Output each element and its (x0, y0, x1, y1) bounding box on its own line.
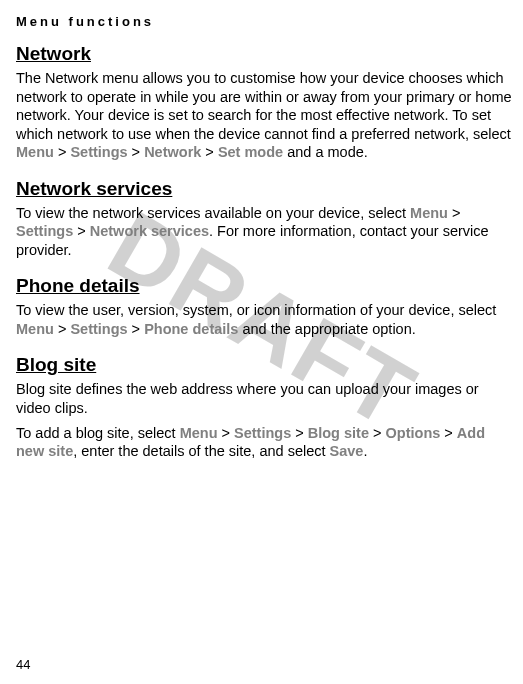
menu-path-item: Settings (234, 425, 291, 441)
page-number: 44 (16, 657, 30, 672)
breadcrumb-sep: > (54, 144, 71, 160)
menu-path-item: Menu (16, 321, 54, 337)
menu-path-item: Settings (70, 144, 127, 160)
menu-path-item: Phone details (144, 321, 238, 337)
menu-path-item: Settings (70, 321, 127, 337)
breadcrumb-sep: > (218, 425, 235, 441)
breadcrumb-sep: > (54, 321, 71, 337)
breadcrumb-sep: > (291, 425, 308, 441)
heading-blog-site: Blog site (16, 354, 515, 376)
menu-path-item: Network (144, 144, 201, 160)
menu-path-item: Menu (410, 205, 448, 221)
breadcrumb-sep: > (369, 425, 386, 441)
menu-path-item: Options (386, 425, 441, 441)
breadcrumb-sep: > (448, 205, 461, 221)
heading-network: Network (16, 43, 515, 65)
running-header: Menu functions (16, 14, 515, 29)
para-network-services: To view the network services available o… (16, 204, 515, 260)
text: To view the network services available o… (16, 205, 410, 221)
text: The Network menu allows you to customise… (16, 70, 512, 142)
text: To view the user, version, system, or ic… (16, 302, 496, 318)
menu-path-item: Network services (90, 223, 209, 239)
heading-phone-details: Phone details (16, 275, 515, 297)
menu-path-item: Set mode (218, 144, 283, 160)
menu-path-item: Menu (180, 425, 218, 441)
menu-path-item: Menu (16, 144, 54, 160)
text: and a mode. (283, 144, 368, 160)
menu-path-item: Save (330, 443, 364, 459)
text: and the appropriate option. (238, 321, 415, 337)
para-blog-site-2: To add a blog site, select Menu > Settin… (16, 424, 515, 461)
menu-path-item: Blog site (308, 425, 369, 441)
text: To add a blog site, select (16, 425, 180, 441)
breadcrumb-sep: > (440, 425, 457, 441)
text: . (363, 443, 367, 459)
breadcrumb-sep: > (128, 321, 145, 337)
breadcrumb-sep: > (201, 144, 218, 160)
para-network: The Network menu allows you to customise… (16, 69, 515, 162)
menu-path-item: Settings (16, 223, 73, 239)
para-phone-details: To view the user, version, system, or ic… (16, 301, 515, 338)
heading-network-services: Network services (16, 178, 515, 200)
breadcrumb-sep: > (128, 144, 145, 160)
breadcrumb-sep: > (73, 223, 90, 239)
para-blog-site-1: Blog site defines the web address where … (16, 380, 515, 417)
text: , enter the details of the site, and sel… (73, 443, 329, 459)
